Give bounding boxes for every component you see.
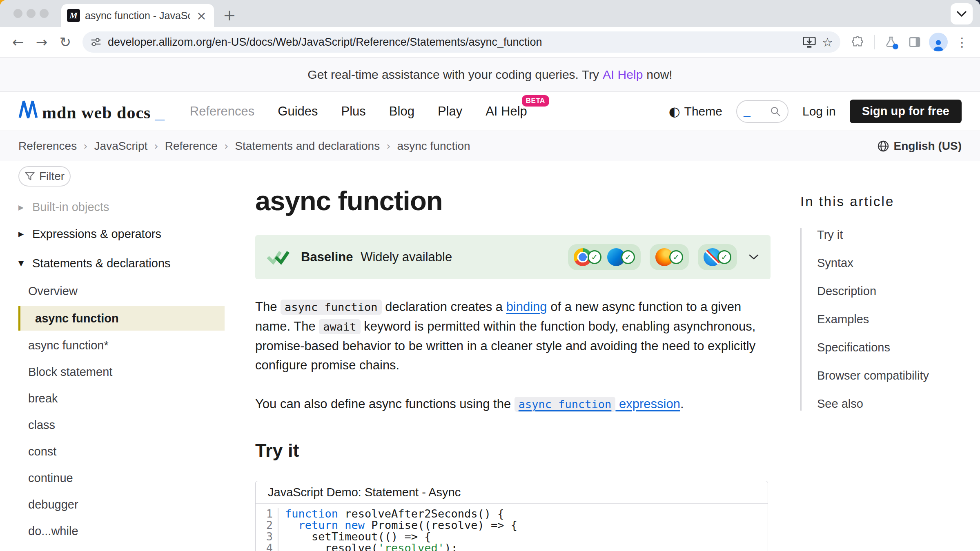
forward-button[interactable]: → (31, 31, 52, 53)
nav-guides[interactable]: Guides (278, 104, 318, 119)
toc-item-examples[interactable]: Examples (817, 313, 972, 326)
baseline-expand-button[interactable] (748, 254, 759, 260)
sidebar-item-debugger[interactable]: debugger (18, 491, 225, 518)
nav-play[interactable]: Play (438, 104, 462, 119)
breadcrumb-javascript[interactable]: JavaScript (94, 140, 148, 153)
sidebar-item-expressions-operators[interactable]: ▶ Expressions & operators (18, 219, 225, 249)
breadcrumb-reference[interactable]: Reference (165, 140, 218, 153)
sidebar-item-break[interactable]: break (18, 385, 225, 412)
window-maximize-button[interactable] (40, 9, 49, 18)
intro-paragraph: The async function declaration creates a… (255, 297, 771, 375)
mdn-logo-text: mdn web docs (42, 103, 151, 122)
breadcrumb-references[interactable]: References (18, 140, 77, 153)
sidebar-item-block-statement[interactable]: Block statement (18, 359, 225, 385)
back-button[interactable]: ← (7, 31, 29, 53)
breadcrumb-separator-icon: › (83, 140, 87, 152)
address-bar[interactable]: developer.allizom.org/en-US/docs/Web/Jav… (82, 31, 840, 53)
site-settings-icon[interactable] (90, 36, 102, 48)
sidebar-item-label: debugger (28, 498, 78, 511)
table-of-contents: In this article Try it Syntax Descriptio… (800, 194, 972, 425)
sidebar-item-label: Statements & declarations (32, 257, 171, 270)
nav-blog[interactable]: Blog (389, 104, 414, 119)
reload-button[interactable]: ↻ (55, 31, 76, 53)
sidebar-item-const[interactable]: const (18, 438, 225, 465)
mdn-logo[interactable]: mdn web docs _ (18, 100, 165, 122)
async-function-expression-link[interactable]: async function expression (514, 397, 680, 411)
toc-item-specifications[interactable]: Specifications (817, 341, 972, 354)
theme-toggle[interactable]: ◐ Theme (669, 104, 722, 119)
check-icon: ✓ (669, 250, 683, 264)
sidebar-item-overview[interactable]: Overview (18, 278, 225, 304)
side-panel-button[interactable] (904, 31, 925, 53)
breadcrumb-separator-icon: › (154, 140, 158, 152)
sidebar-item-label: break (28, 392, 58, 405)
person-icon (931, 38, 945, 51)
notification-dot (893, 44, 898, 49)
text: The (255, 300, 281, 314)
toc-title: In this article (800, 194, 972, 209)
sidebar-item-built-in-objects[interactable]: ▶ Built-in objects (18, 196, 225, 219)
install-app-icon[interactable] (802, 36, 816, 48)
nav-ai-help[interactable]: AI Help BETA (486, 104, 527, 119)
theme-icon: ◐ (669, 104, 680, 119)
chevron-down-icon (956, 11, 967, 17)
bookmark-star-icon[interactable]: ☆ (822, 35, 833, 49)
toc-item-see-also[interactable]: See also (817, 397, 972, 411)
toc-item-try-it[interactable]: Try it (817, 228, 972, 242)
toc-item-description[interactable]: Description (817, 284, 972, 298)
firefox-support-pill: ✓ (650, 244, 689, 270)
code-editor[interactable]: 1function resolveAfter2Seconds() {2 retu… (256, 504, 768, 551)
toc-item-syntax[interactable]: Syntax (817, 256, 972, 270)
sidebar-item-async-function-star[interactable]: async function* (18, 332, 225, 359)
sidebar-item-statements-declarations[interactable]: ▼ Statements & declarations (18, 249, 225, 278)
window-minimize-button[interactable] (27, 9, 36, 18)
line-number: 4 (256, 542, 278, 551)
signup-button[interactable]: Sign up for free (850, 100, 962, 123)
nav-references[interactable]: References (190, 104, 255, 119)
mdn-logo-underscore: _ (155, 103, 164, 122)
search-input[interactable]: _ (736, 100, 788, 123)
sidebar-item-do-while[interactable]: do...while (18, 518, 225, 544)
browser-tab[interactable]: M async function - JavaScript | × (61, 4, 214, 27)
new-tab-button[interactable]: + (223, 6, 236, 24)
sidebar: Filter ▶ Built-in objects ▶ Expressions … (18, 161, 225, 551)
code-line[interactable]: 3 setTimeout(() => { (256, 531, 768, 542)
sidebar-item-empty-statement[interactable]: Empty statement (18, 544, 225, 551)
sidebar-item-continue[interactable]: continue (18, 465, 225, 491)
chromium-support-pill: ✓ ✓ (568, 244, 641, 270)
binding-link[interactable]: binding (506, 300, 547, 314)
sidebar-item-label: async function (35, 312, 119, 325)
promo-text-after: now! (646, 68, 672, 82)
nav-plus[interactable]: Plus (341, 104, 366, 119)
login-link[interactable]: Log in (802, 104, 836, 118)
window-close-button[interactable] (13, 9, 22, 18)
browser-toolbar: ← → ↻ developer.allizom.org/en-US/docs/W… (0, 27, 980, 57)
triangle-right-icon: ▶ (18, 203, 27, 211)
code-line[interactable]: 4 resolve('resolved'); (256, 542, 768, 551)
profile-button[interactable] (928, 31, 949, 53)
toc-item-browser-compatibility[interactable]: Browser compatibility (817, 369, 972, 382)
breadcrumb-statements[interactable]: Statements and declarations (235, 140, 380, 153)
code-span: async function (514, 397, 616, 412)
tab-search-button[interactable] (951, 3, 973, 24)
sidebar-list: ▶ Built-in objects ▶ Expressions & opera… (18, 196, 225, 551)
check-icon: ✓ (621, 250, 635, 264)
extensions-button[interactable] (847, 31, 868, 53)
browser-menu-button[interactable]: ⋮ (951, 31, 973, 53)
triangle-right-icon: ▶ (18, 230, 27, 238)
code-line[interactable]: 2 return new Promise((resolve) => { (256, 520, 768, 531)
traffic-lights (13, 9, 49, 18)
promo-banner: Get real-time assistance with your codin… (0, 57, 980, 92)
sidebar-item-class[interactable]: class (18, 412, 225, 438)
breadcrumb-bar: References › JavaScript › Reference › St… (0, 131, 980, 161)
sidebar-filter-button[interactable]: Filter (18, 166, 71, 187)
promo-ai-help-link[interactable]: AI Help (603, 68, 643, 82)
sidebar-item-async-function[interactable]: async function (18, 306, 225, 331)
code-line[interactable]: 1function resolveAfter2Seconds() { (256, 508, 768, 520)
code-span: async function (281, 300, 382, 315)
tab-close-icon[interactable]: × (195, 9, 208, 23)
language-switcher[interactable]: English (US) (877, 140, 962, 153)
experiments-button[interactable] (880, 31, 902, 53)
line-number: 2 (256, 520, 278, 531)
try-it-heading: Try it (255, 440, 771, 461)
